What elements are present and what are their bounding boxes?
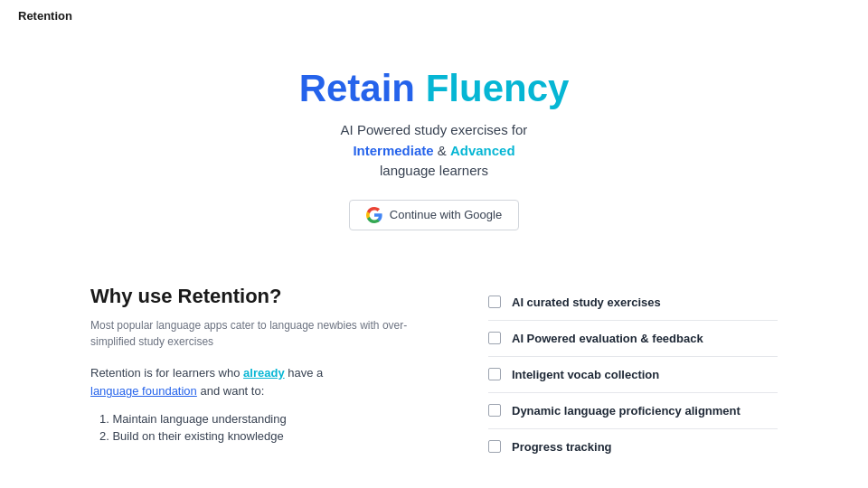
features-column: AI curated study exercisesAI Powered eva… [488,285,778,465]
feature-item: Progress tracking [488,429,778,465]
want-list-item-1: 1. Maintain language understanding [99,412,434,426]
hero-subtitle-intermediate: Intermediate [353,143,433,158]
nav-logo: Retention [18,9,72,23]
feature-label: AI Powered evaluation & feedback [512,332,703,345]
why-title: Why use Retention? [90,285,434,308]
hero-title: Retain Fluency [18,68,850,109]
hero-title-fluency: Fluency [426,67,570,109]
feature-item: Dynamic language proficiency alignment [488,393,778,429]
hero-section: Retain Fluency AI Powered study exercise… [0,32,868,258]
feature-checkbox [488,368,501,380]
hero-subtitle-line1: AI Powered study exercises for [341,122,528,137]
google-signin-button[interactable]: Continue with Google [349,200,519,230]
want-list: 1. Maintain language understanding 2. Bu… [90,412,434,443]
want-list-item-2: 2. Build on their existing knowledge [99,429,434,443]
feature-item: AI curated study exercises [488,285,778,321]
hero-title-retain: Retain [299,67,415,109]
hero-subtitle-line2: language learners [380,163,488,178]
bottom-section: Why use Retention? Most popular language… [0,267,868,483]
feature-label: Dynamic language proficiency alignment [512,404,741,418]
feature-label: Progress tracking [512,440,612,454]
feature-label: AI curated study exercises [512,296,661,309]
hero-subtitle: AI Powered study exercises for Intermedi… [18,120,850,182]
why-column: Why use Retention? Most popular language… [90,285,434,465]
google-signin-label: Continue with Google [390,208,502,221]
retention-para: Retention is for learners who already ha… [90,364,434,402]
retention-para-end: and want to: [197,384,264,398]
retention-para-middle: have a [285,366,324,380]
feature-item: AI Powered evaluation & feedback [488,321,778,357]
feature-item: Inteligent vocab collection [488,357,778,393]
feature-checkbox [488,440,501,453]
why-description: Most popular language apps cater to lang… [90,317,434,350]
feature-checkbox [488,332,501,344]
navbar: Retention [0,0,868,32]
retention-para-already: already [243,366,285,380]
feature-checkbox [488,296,501,308]
feature-label: Inteligent vocab collection [512,368,659,381]
hero-subtitle-and: & [434,143,450,158]
hero-subtitle-advanced: Advanced [450,143,515,158]
feature-checkbox [488,404,501,417]
google-icon [366,207,382,223]
retention-para-foundation: language foundation [90,384,197,398]
retention-para-before: Retention is for learners who [90,366,243,380]
